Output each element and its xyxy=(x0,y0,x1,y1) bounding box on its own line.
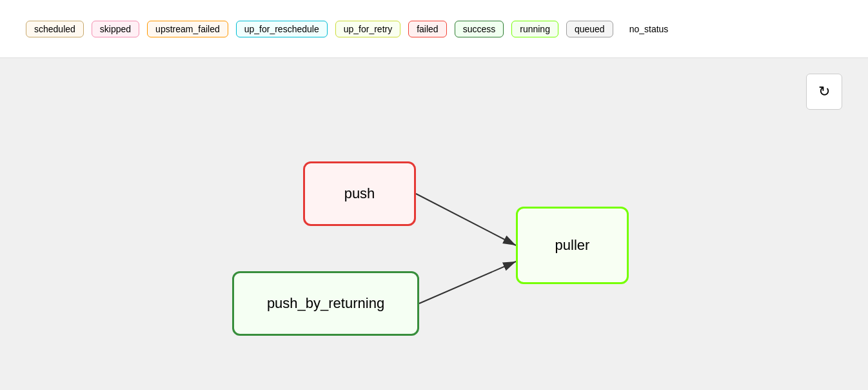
legend-badge-running[interactable]: running xyxy=(511,21,558,37)
legend-badge-upstream_failed[interactable]: upstream_failed xyxy=(147,21,228,37)
legend-badge-skipped[interactable]: skipped xyxy=(92,21,139,37)
refresh-button[interactable]: ↻ xyxy=(806,74,842,110)
legend-bar: scheduledskippedupstream_failedup_for_re… xyxy=(0,0,868,58)
dag-canvas: ↻ push puller push_by_returning xyxy=(0,58,868,390)
legend-badge-queued[interactable]: queued xyxy=(566,21,613,37)
node-push-label: push xyxy=(344,185,375,202)
dag-arrows xyxy=(0,58,868,390)
legend-badge-no_status[interactable]: no_status xyxy=(621,21,677,37)
refresh-icon: ↻ xyxy=(818,83,830,100)
dag-node-push[interactable]: push xyxy=(303,161,416,226)
legend-badge-scheduled[interactable]: scheduled xyxy=(26,21,84,37)
node-push-by-returning-label: push_by_returning xyxy=(267,295,384,312)
node-puller-label: puller xyxy=(555,237,590,254)
legend-badge-success[interactable]: success xyxy=(455,21,504,37)
legend-badge-failed[interactable]: failed xyxy=(408,21,446,37)
dag-node-push-by-returning[interactable]: push_by_returning xyxy=(232,271,419,336)
dag-node-puller[interactable]: puller xyxy=(516,207,629,284)
legend-badge-up_for_reschedule[interactable]: up_for_reschedule xyxy=(236,21,328,37)
legend-badge-up_for_retry[interactable]: up_for_retry xyxy=(335,21,400,37)
